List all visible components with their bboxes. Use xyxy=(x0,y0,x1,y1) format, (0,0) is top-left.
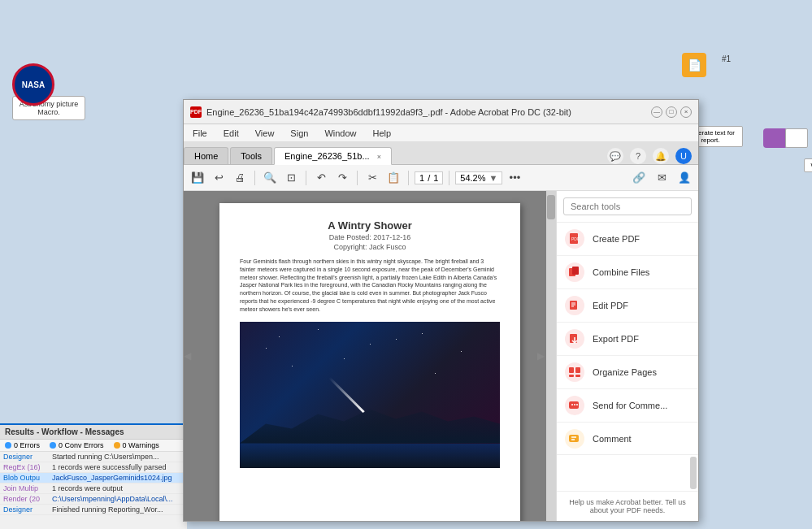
menu-bar: File Edit View Sign Window Help xyxy=(184,124,698,142)
email-button[interactable]: ✉ xyxy=(653,169,671,187)
tools-panel: PDF Create PDF Combine Files Edit PDF xyxy=(556,191,698,521)
tab-tools[interactable]: Tools xyxy=(230,147,272,164)
conv-error-dot xyxy=(50,442,56,449)
content-area: ◀ A Wintry Shower Date Posted: 2017-12-1… xyxy=(184,191,698,521)
tools-scroll-area xyxy=(557,454,698,491)
log-rows: Designer Started running C:\Users\mpen..… xyxy=(0,452,187,515)
right-expand-arrow[interactable]: ▶ xyxy=(537,350,545,362)
tool-comment[interactable]: Comment xyxy=(557,423,698,454)
title-bar-left: PDF Engine_26236_51ba194c42a74993b6ddbf1… xyxy=(190,106,571,118)
comment-icon xyxy=(565,429,584,449)
workflow-write-pdf: Write PDF Report xyxy=(804,158,812,172)
window-controls: — □ × xyxy=(651,106,692,118)
pdf-copyright: Copyright: Jack Fusco xyxy=(240,243,500,251)
send-comment-icon xyxy=(565,396,584,415)
menu-view[interactable]: View xyxy=(253,128,277,139)
print-button[interactable]: 🖨 xyxy=(231,169,249,187)
tools-search-input[interactable] xyxy=(563,197,692,215)
svg-rect-12 xyxy=(569,375,574,377)
pdf-scrollbar[interactable] xyxy=(546,191,556,521)
comment-label: Comment xyxy=(593,434,632,444)
tool-create-pdf[interactable]: PDF Create PDF xyxy=(557,223,698,256)
zoom-selector[interactable]: 54.2% ▼ xyxy=(455,171,502,184)
toolbar: 💾 ↩ 🖨 🔍 ⊡ ↶ ↷ ✂ 📋 1 / 1 54.2% ▼ ••• 🔗 ✉ … xyxy=(184,165,698,191)
organize-pages-icon xyxy=(565,362,584,382)
share-button[interactable]: 👤 xyxy=(675,169,693,187)
edit-pdf-icon xyxy=(565,296,584,315)
left-expand-arrow[interactable]: ◀ xyxy=(184,350,191,362)
log-row: RegEx (16) 1 records were successfully p… xyxy=(0,462,187,473)
svg-point-16 xyxy=(574,404,575,405)
close-button[interactable]: × xyxy=(680,106,692,118)
tools-footer: Help us make Acrobat better. Tell us abo… xyxy=(557,491,698,521)
pdf-area[interactable]: ◀ A Wintry Shower Date Posted: 2017-12-1… xyxy=(184,191,556,521)
bottom-panel: Results - Workflow - Messages 0 Errors 0… xyxy=(0,423,187,529)
more-options-button[interactable]: ••• xyxy=(506,169,523,187)
error-dot xyxy=(5,442,11,449)
menu-sign[interactable]: Sign xyxy=(288,128,310,139)
menu-window[interactable]: Window xyxy=(322,128,358,139)
tab-close-icon[interactable]: × xyxy=(377,153,381,161)
acrobat-window: PDF Engine_26236_51ba194c42a74993b6ddbf1… xyxy=(183,99,699,522)
export-pdf-label: Export PDF xyxy=(593,334,639,344)
pdf-date: Date Posted: 2017-12-16 xyxy=(240,233,500,241)
separator xyxy=(254,171,255,185)
cut-button[interactable]: ✂ xyxy=(363,169,381,187)
link-button[interactable]: 🔗 xyxy=(630,169,648,187)
tool-edit-pdf[interactable]: Edit PDF xyxy=(557,289,698,323)
workflow-node-white xyxy=(785,128,808,148)
chat-icon[interactable]: 💬 xyxy=(607,148,623,164)
warning-status: 0 Warnings xyxy=(114,441,159,449)
log-row: Designer Finished running Reporting_Wor.… xyxy=(0,505,187,515)
log-row: Join Multip 1 records were output xyxy=(0,483,187,494)
create-pdf-label: Create PDF xyxy=(593,234,640,244)
edit-pdf-label: Edit PDF xyxy=(593,301,628,310)
lake-reflection xyxy=(240,444,500,468)
tool-combine-files[interactable]: Combine Files xyxy=(557,256,698,289)
maximize-button[interactable]: □ xyxy=(666,106,677,118)
copy-button[interactable]: 📋 xyxy=(384,169,402,187)
combine-files-label: Combine Files xyxy=(593,267,649,277)
error-status: 0 Errors xyxy=(5,441,40,449)
user-avatar[interactable]: U xyxy=(675,148,692,164)
pdf-page: A Wintry Shower Date Posted: 2017-12-16 … xyxy=(219,203,520,521)
toolbar-right: 🔗 ✉ 👤 xyxy=(630,169,693,187)
menu-file[interactable]: File xyxy=(190,128,210,139)
tools-scrollbar-thumb[interactable] xyxy=(690,457,697,489)
export-pdf-icon xyxy=(565,329,584,349)
log-row: Designer Started running C:\Users\mpen..… xyxy=(0,452,187,462)
log-row-selected[interactable]: Blob Outpu JackFusco_JasperGeminids1024.… xyxy=(0,473,187,483)
separator xyxy=(449,171,449,185)
zoom-out-button[interactable]: 🔍 xyxy=(261,169,279,187)
save-button[interactable]: 💾 xyxy=(189,169,206,187)
svg-rect-3 xyxy=(572,267,579,275)
tab-document[interactable]: Engine_26236_51b... × xyxy=(274,147,392,165)
pdf-image xyxy=(240,322,500,468)
notification-icon[interactable]: 🔔 xyxy=(653,148,669,164)
undo-button[interactable]: ↶ xyxy=(312,169,330,187)
svg-rect-11 xyxy=(575,367,580,373)
tab-home[interactable]: Home xyxy=(184,147,228,164)
separator xyxy=(408,171,409,185)
svg-text:PDF: PDF xyxy=(571,236,580,241)
tool-organize-pages[interactable]: Organize Pages xyxy=(557,356,698,389)
workflow-node-doc: 📄 xyxy=(682,53,706,77)
scrollbar-thumb[interactable] xyxy=(547,195,555,219)
help-icon[interactable]: ? xyxy=(630,148,646,164)
pdf-icon: PDF xyxy=(190,106,202,118)
tools-search xyxy=(557,191,698,223)
fit-page-button[interactable]: ⊡ xyxy=(282,169,300,187)
back-button[interactable]: ↩ xyxy=(210,169,228,187)
combine-files-icon xyxy=(565,262,584,282)
workflow-node-purple xyxy=(763,128,788,148)
svg-rect-18 xyxy=(569,435,579,442)
tool-send-comment[interactable]: Send for Comme... xyxy=(557,389,698,423)
redo-button[interactable]: ↷ xyxy=(333,169,351,187)
menu-help[interactable]: Help xyxy=(371,128,394,139)
tool-export-pdf[interactable]: Export PDF xyxy=(557,323,698,356)
zoom-dropdown-icon: ▼ xyxy=(489,173,498,183)
organize-pages-label: Organize Pages xyxy=(593,367,657,377)
minimize-button[interactable]: — xyxy=(651,106,662,118)
page-indicator: 1 / 1 xyxy=(415,171,443,184)
menu-edit[interactable]: Edit xyxy=(221,128,241,139)
